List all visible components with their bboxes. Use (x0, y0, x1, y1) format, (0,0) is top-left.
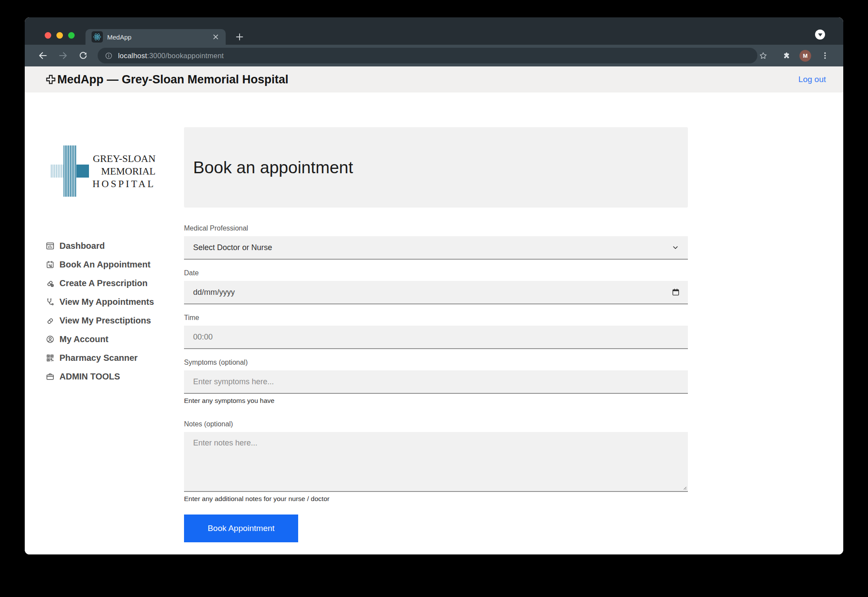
sidebar-item-label: Create A Prescription (59, 278, 148, 288)
calendar-stethoscope-icon (46, 260, 55, 269)
symptoms-label: Symptoms (optional) (184, 359, 688, 366)
sidebar-item-view-appointments[interactable]: View My Appointments (46, 293, 184, 311)
new-tab-button[interactable] (234, 32, 245, 42)
sidebar-item-admin-tools[interactable]: ADMIN TOOLS (46, 367, 184, 386)
bookmark-star-button[interactable] (758, 50, 768, 61)
page-content: MedApp — Grey-Sloan Memorial Hospital Lo… (25, 66, 843, 554)
sidebar-item-pharmacy-scanner[interactable]: Pharmacy Scanner (46, 349, 184, 367)
sidebar-item-label: ADMIN TOOLS (59, 372, 120, 382)
main-area: GREY-SLOAN MEMORIAL HOSPITAL Dashboard (25, 92, 843, 554)
minimize-window-button[interactable] (56, 32, 63, 39)
pill-plus-icon (46, 279, 55, 288)
sidebar-item-label: Pharmacy Scanner (59, 353, 138, 363)
qr-code-icon (46, 353, 55, 363)
profile-avatar[interactable]: M (799, 50, 811, 62)
reload-icon (78, 51, 88, 61)
sidebar-item-view-prescriptions[interactable]: View My Presctiptions (46, 311, 184, 330)
hospital-cross-logo-icon (51, 145, 89, 197)
url-bar[interactable]: localhost:3000/bookappointment (98, 48, 757, 63)
sidebar-item-label: Dashboard (59, 241, 105, 251)
user-circle-icon (46, 335, 55, 344)
sidebar-item-label: View My Appointments (59, 297, 154, 307)
notes-textarea[interactable] (184, 432, 688, 492)
time-value: 00:00 (193, 333, 680, 342)
medical-cross-icon (46, 74, 56, 85)
briefcase-icon (46, 372, 55, 381)
close-window-button[interactable] (45, 32, 51, 39)
sidebar-item-book-appointment[interactable]: Book An Appointment (46, 255, 184, 274)
logo-line-1: GREY-SLOAN (92, 152, 155, 165)
medical-professional-select[interactable]: Select Doctor or Nurse (184, 236, 688, 260)
reload-button[interactable] (78, 50, 88, 61)
dashboard-icon (46, 241, 55, 251)
stethoscope-icon (46, 297, 55, 307)
page-title: Book an appointment (193, 158, 353, 177)
sidebar-item-create-prescription[interactable]: Create A Prescription (46, 274, 184, 293)
arrow-right-icon (58, 50, 68, 61)
time-label: Time (184, 314, 688, 322)
browser-menu-button[interactable] (820, 50, 830, 61)
medical-professional-label: Medical Professional (184, 224, 688, 232)
tab-search-button[interactable] (815, 30, 825, 40)
date-placeholder: dd/mm/yyyy (193, 288, 671, 297)
notes-helper-text: Enter any additional notes for your nurs… (184, 495, 688, 503)
sidebar: GREY-SLOAN MEMORIAL HOSPITAL Dashboard (25, 92, 184, 554)
date-label: Date (184, 269, 688, 277)
forward-button[interactable] (58, 50, 68, 61)
tab-close-icon[interactable] (212, 33, 220, 41)
book-appointment-button[interactable]: Book Appointment (184, 515, 298, 542)
sidebar-nav: Dashboard Book An Appointment (46, 237, 184, 386)
logo-line-2: MEMORIAL (92, 165, 155, 178)
puzzle-icon (782, 51, 791, 60)
page-title-panel: Book an appointment (184, 127, 688, 208)
kebab-menu-icon (821, 52, 829, 59)
hospital-logo: GREY-SLOAN MEMORIAL HOSPITAL (51, 145, 184, 197)
medical-professional-value: Select Doctor or Nurse (193, 243, 671, 252)
sidebar-item-label: View My Presctiptions (59, 316, 151, 326)
arrow-left-icon (38, 50, 48, 61)
window-controls (45, 32, 75, 39)
calendar-icon[interactable] (671, 288, 680, 297)
app-title: MedApp — Grey-Sloan Memorial Hospital (46, 73, 289, 86)
tab-title: MedApp (107, 33, 212, 41)
app-header: MedApp — Grey-Sloan Memorial Hospital Lo… (25, 66, 843, 92)
time-input[interactable]: 00:00 (184, 326, 688, 349)
url-host: localhost (118, 52, 147, 59)
back-button[interactable] (38, 50, 48, 61)
chevron-down-icon (671, 243, 680, 252)
browser-toolbar: localhost:3000/bookappointment M (25, 45, 843, 66)
maximize-window-button[interactable] (68, 32, 75, 39)
browser-tab-medapp[interactable]: MedApp (85, 29, 226, 45)
info-icon[interactable] (105, 52, 113, 60)
react-favicon (92, 31, 103, 43)
notes-field-wrap (184, 432, 688, 492)
booking-form: Book an appointment Medical Professional… (184, 92, 688, 554)
extensions-button[interactable] (781, 50, 792, 61)
sidebar-item-label: Book An Appointment (59, 260, 151, 270)
react-atom-icon (93, 33, 102, 41)
symptoms-input[interactable] (184, 370, 688, 394)
sidebar-item-dashboard[interactable]: Dashboard (46, 237, 184, 255)
sidebar-item-my-account[interactable]: My Account (46, 330, 184, 349)
tab-strip: MedApp (25, 17, 843, 45)
star-icon (759, 51, 768, 60)
notes-label: Notes (optional) (184, 420, 688, 428)
app-title-text: MedApp — Grey-Sloan Memorial Hospital (57, 73, 289, 86)
url-text: localhost:3000/bookappointment (118, 52, 224, 60)
pill-icon (46, 316, 55, 325)
symptoms-helper-text: Enter any symptoms you have (184, 397, 688, 405)
chevron-down-icon (818, 33, 822, 36)
browser-window: MedApp (25, 17, 843, 554)
date-input[interactable]: dd/mm/yyyy (184, 281, 688, 304)
sidebar-item-label: My Account (59, 334, 108, 344)
url-path: :3000/bookappointment (147, 52, 224, 59)
logo-line-3: HOSPITAL (92, 178, 155, 190)
logout-link[interactable]: Log out (799, 75, 826, 84)
hospital-logo-text: GREY-SLOAN MEMORIAL HOSPITAL (92, 152, 155, 190)
